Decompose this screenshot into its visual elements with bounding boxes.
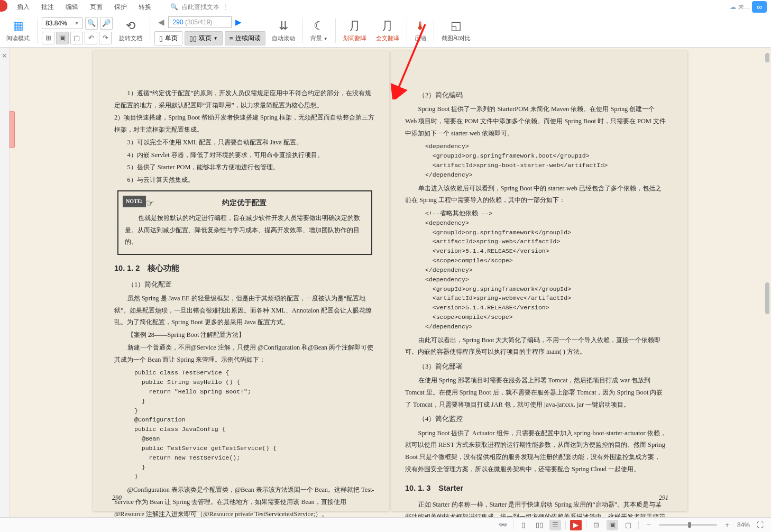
code-block: public class TestService { public String… [134, 368, 375, 481]
zoom-in-status-button[interactable]: + [721, 520, 733, 530]
body-text: 1）遵循“约定优于配置”的原则，开发人员仅需规定应用中不符合约定的部分，在没有规… [114, 87, 375, 111]
page-number: 291 [659, 492, 668, 503]
screenshot-icon: ◱ [451, 19, 462, 33]
double-page-icon: ▯▯ [189, 35, 197, 42]
status-bar: 👓 ▯ ▯▯ ☰ ▶ ⊡ ▣ ▢ − + 84% ⛶ [0, 517, 771, 532]
document-viewport[interactable]: 1）遵循“约定优于配置”的原则，开发人员仅需规定应用中不符合约定的部分，在没有规… [10, 48, 771, 517]
single-view-button[interactable]: ▯ [518, 520, 529, 530]
prev-page-button[interactable]: ◀ [154, 15, 168, 29]
page-left: 1）遵循“约定优于配置”的原则，开发人员仅需规定应用中不符合约定的部分，在没有规… [93, 51, 389, 511]
heading: 10. 1. 3 Starter [405, 481, 666, 496]
heading: 10. 1. 2 核心功能 [114, 261, 375, 276]
body-text: 2）项目快速搭建，Spring Boot 帮助开发者快速搭建 Spring 框架… [114, 112, 375, 135]
cloud-sync-icon[interactable]: ☁ [730, 3, 736, 11]
play-button[interactable]: ▶ [570, 520, 582, 530]
continuous-icon: ≡ [230, 35, 233, 42]
chevron-down-icon: ▼ [214, 36, 218, 41]
scroll-icon: ⇊ [279, 19, 288, 33]
eye-protect-button[interactable]: 👓 [497, 520, 509, 530]
body-text: 在使用 Spring 部署项目时需要在服务器上部署 Tomcat，然后把项目打成… [405, 374, 666, 410]
double-page-button[interactable]: ▯▯双页▼ [185, 31, 223, 45]
zoom-percent-label: 84% [737, 521, 750, 529]
fit-width-button[interactable]: ⊞ [42, 32, 54, 44]
actual-size-button[interactable]: ▢ [70, 32, 83, 44]
subheading: （3）简化部署 [405, 361, 666, 373]
menu-bar: 插入 批注 编辑 页面 保护 转换 🔍 点此查找文本 ⋮ [7, 0, 771, 14]
auto-scroll-button[interactable]: ⇊ 自动滚动 [269, 19, 298, 42]
body-text: 3）可以完全不使用 XML 配置，只需要自动配置和 Java 配置。 [114, 136, 375, 149]
body-text: Spring Boot 提供了一系列的 StarterPOM 来简化 Maven… [405, 103, 666, 139]
actual-status-button[interactable]: ▢ [622, 520, 634, 530]
compress-button[interactable]: 🌡 压缩 [411, 19, 429, 42]
zoom-level-select[interactable]: 83.84%▼ [42, 17, 83, 29]
body-text: @Configuration 表示该类是个配置类，@Bean 表示该方法返回一个… [114, 484, 375, 517]
menu-annotate[interactable]: 批注 [41, 3, 54, 12]
menu-page[interactable]: 页面 [90, 3, 103, 12]
translate-icon: ⺆ [349, 19, 361, 33]
menu-convert[interactable]: 转换 [139, 3, 151, 12]
night-mode-button[interactable]: ☾ 背景 ▼ [307, 19, 331, 42]
body-text: 虽然 Spring 是 Java EE 的轻量级框架，但是由于其烦琐的配置，一度… [114, 292, 375, 328]
fit-width-status-button[interactable]: ⊡ [591, 520, 602, 530]
page-spread: 1）遵循“约定优于配置”的原则，开发人员仅需规定应用中不符合约定的部分，在没有规… [93, 51, 687, 517]
scrollbar-thumb[interactable] [765, 53, 769, 62]
kebab-icon: ⋮ [223, 3, 229, 11]
code-block: <!--省略其他依赖 --> <dependency> <groupId>org… [425, 209, 666, 332]
search-placeholder: 点此查找文本 [181, 3, 219, 12]
cloud-text: 未… [738, 3, 750, 11]
zoom-slider[interactable] [659, 524, 717, 526]
rotate-right-button[interactable]: ↷ [99, 32, 112, 44]
next-page-button[interactable]: ▶ [232, 15, 245, 29]
close-panel-button[interactable]: ✕ [0, 52, 9, 60]
screenshot-button[interactable]: ◱ 截图和对比 [438, 19, 474, 42]
zoom-in-button[interactable]: 🔎 [100, 17, 113, 30]
fit-page-button[interactable]: ▣ [56, 32, 69, 44]
zoom-out-status-button[interactable]: − [643, 520, 655, 530]
infinity-icon: ∞ [757, 3, 762, 11]
body-text: 正如 Starter 的名称一样，Starter 是用于快速启动 Spring … [405, 499, 666, 517]
zoom-out-button[interactable]: 🔍 [85, 17, 98, 30]
body-text: 由此可以看出，Spring Boot 大大简化了编码，不用一个一个导入依赖，直接… [405, 334, 666, 358]
note-label: NOTE: [123, 196, 146, 208]
subheading: （1）简化配置 [114, 279, 375, 291]
menu-insert[interactable]: 插入 [17, 3, 30, 12]
continuous-button[interactable]: ≡连续阅读 [225, 31, 265, 45]
single-page-button[interactable]: ▯单页 [154, 31, 182, 45]
menu-protect[interactable]: 保护 [114, 3, 127, 12]
double-view-button[interactable]: ▯▯ [534, 520, 545, 530]
menu-edit[interactable]: 编辑 [66, 3, 78, 12]
continuous-view-button[interactable]: ☰ [549, 520, 561, 530]
page-right: （2）简化编码 Spring Boot 提供了一系列的 StarterPOM 来… [391, 51, 687, 511]
search-box[interactable]: 🔍 点此查找文本 ⋮ [170, 3, 229, 12]
word-translate-button[interactable]: ⺆ 划词翻译 [340, 19, 370, 42]
fullscreen-button[interactable]: ⛶ [754, 520, 766, 530]
toolbar: ▦ 阅读模式 83.84%▼ 🔍 🔎 ⊞ ▣ ▢ ↶ ↷ ⟲ 旋转文档 ◀ 29… [0, 14, 771, 48]
reading-mode-button[interactable]: ▦ 阅读模式 [3, 19, 33, 42]
body-text: 单击进入该依赖后可以看到，Spring Boot 中的 starter-web … [405, 182, 666, 206]
case-title: 【案例 28——Spring Boot 注解配置方法】 [114, 329, 375, 341]
translate-page-icon: ⺆ [382, 19, 393, 33]
code-block: <dependency> <groupId>org.springframewor… [425, 142, 666, 179]
subheading: （2）简化编码 [405, 89, 666, 102]
body-text: 6）与云计算天然集成。 [114, 174, 375, 186]
bookmark-tab[interactable] [10, 111, 15, 148]
chevron-down-icon: ▼ [324, 36, 328, 41]
subheading: （4）简化监控 [405, 413, 666, 425]
body-text: 新建一个普通类，不用@Service 注解，只使用 @Configuration… [114, 342, 375, 365]
full-translate-button[interactable]: ⺆ 全文翻译 [373, 19, 402, 42]
chevron-down-icon: ▼ [75, 21, 79, 26]
page-number: 290 [112, 492, 122, 503]
moon-icon: ☾ [314, 19, 324, 33]
left-panel: ✕ [0, 48, 10, 517]
body-text: 5）提供了 Starter POM，能够非常方便地进行包管理。 [114, 161, 375, 173]
rotate-doc-button[interactable]: ⟲ 旋转文档 [116, 19, 145, 42]
note-title: 约定优于配置 [125, 197, 364, 210]
hand-icon: ☞ [146, 195, 154, 212]
scrollbar-thumb[interactable] [765, 282, 769, 314]
file-tab[interactable] [0, 0, 7, 12]
note-text: 也就是按照默认的约定进行编程，旨在减少软件开发人员需要做出明确决定的数量。从而达… [125, 212, 364, 248]
fit-page-status-button[interactable]: ▣ [607, 520, 618, 530]
rotate-left-button[interactable]: ↶ [85, 32, 97, 44]
page-number-input[interactable]: 290 (305/419) [168, 16, 232, 28]
share-button[interactable]: ∞ [752, 1, 767, 13]
